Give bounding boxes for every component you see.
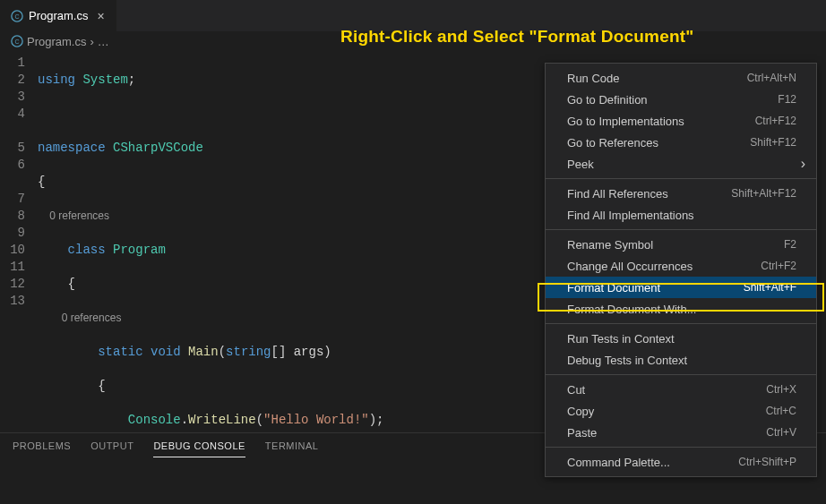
menu-item-change-all-occurrences[interactable]: Change All OccurrencesCtrl+F2 bbox=[546, 255, 816, 277]
breadcrumb-more: … bbox=[98, 35, 109, 48]
menu-item-shortcut: Ctrl+X bbox=[766, 383, 796, 396]
breadcrumb-file: Program.cs bbox=[27, 35, 86, 48]
menu-item-peek[interactable]: Peek bbox=[546, 153, 816, 175]
tab-problems[interactable]: PROBLEMS bbox=[13, 440, 71, 457]
context-menu: Run CodeCtrl+Alt+NGo to DefinitionF12Go … bbox=[545, 63, 817, 477]
menu-item-find-all-implementations[interactable]: Find All Implementations bbox=[546, 204, 816, 226]
menu-item-label: Run Code bbox=[567, 72, 620, 85]
menu-item-label: Go to References bbox=[567, 136, 658, 149]
svg-text:C: C bbox=[14, 13, 19, 19]
menu-item-shortcut: F12 bbox=[778, 93, 796, 106]
menu-item-label: Command Palette... bbox=[567, 456, 670, 469]
menu-item-shortcut: Ctrl+F12 bbox=[755, 115, 796, 127]
menu-item-format-document[interactable]: Format DocumentShift+Alt+F bbox=[546, 277, 816, 298]
menu-separator bbox=[546, 229, 816, 230]
menu-item-format-document-with[interactable]: Format Document With... bbox=[546, 298, 816, 320]
breadcrumb-sep: › bbox=[90, 35, 93, 48]
close-icon[interactable]: × bbox=[93, 9, 108, 23]
menu-separator bbox=[546, 323, 816, 324]
menu-item-run-tests-in-context[interactable]: Run Tests in Context bbox=[546, 328, 816, 349]
menu-item-go-to-implementations[interactable]: Go to ImplementationsCtrl+F12 bbox=[546, 110, 816, 132]
menu-item-shortcut: Ctrl+Alt+N bbox=[747, 72, 796, 84]
menu-item-shortcut: Ctrl+V bbox=[766, 426, 796, 439]
menu-item-label: Copy bbox=[567, 405, 594, 418]
annotation-text: Right-Click and Select "Format Document" bbox=[340, 27, 693, 47]
menu-item-label: Cut bbox=[567, 383, 585, 397]
tab-terminal[interactable]: TERMINAL bbox=[265, 440, 319, 457]
menu-separator bbox=[546, 178, 816, 179]
menu-item-run-code[interactable]: Run CodeCtrl+Alt+N bbox=[546, 67, 816, 89]
menu-item-command-palette[interactable]: Command Palette...Ctrl+Shift+P bbox=[546, 451, 816, 473]
menu-item-label: Debug Tests in Context bbox=[567, 354, 687, 367]
tab-output[interactable]: OUTPUT bbox=[90, 440, 133, 457]
menu-item-find-all-references[interactable]: Find All ReferencesShift+Alt+F12 bbox=[546, 183, 816, 204]
menu-item-label: Paste bbox=[567, 426, 597, 440]
menu-item-go-to-definition[interactable]: Go to DefinitionF12 bbox=[546, 89, 816, 110]
menu-item-label: Format Document With... bbox=[567, 303, 696, 316]
menu-item-shortcut: Shift+Alt+F12 bbox=[731, 187, 796, 200]
menu-item-rename-symbol[interactable]: Rename SymbolF2 bbox=[546, 234, 816, 255]
svg-text:C: C bbox=[14, 38, 19, 45]
tab-filename: Program.cs bbox=[29, 9, 88, 22]
menu-item-label: Format Document bbox=[567, 281, 660, 295]
editor-tab[interactable]: C Program.cs × bbox=[0, 0, 117, 31]
menu-item-go-to-references[interactable]: Go to ReferencesShift+F12 bbox=[546, 132, 816, 153]
menu-item-shortcut: Ctrl+Shift+P bbox=[738, 456, 796, 468]
menu-item-shortcut: Shift+F12 bbox=[750, 136, 796, 149]
menu-item-label: Go to Implementations bbox=[567, 115, 684, 128]
menu-item-label: Go to Definition bbox=[567, 93, 648, 107]
menu-item-label: Change All Occurrences bbox=[567, 260, 693, 273]
menu-item-shortcut: Shift+Alt+F bbox=[744, 281, 796, 294]
menu-item-shortcut: Ctrl+F2 bbox=[761, 260, 796, 272]
menu-item-shortcut: Ctrl+C bbox=[766, 405, 796, 417]
menu-item-label: Rename Symbol bbox=[567, 238, 653, 252]
menu-separator bbox=[546, 447, 816, 448]
menu-item-label: Find All References bbox=[567, 187, 668, 201]
menu-item-shortcut: F2 bbox=[784, 238, 796, 251]
menu-item-label: Peek bbox=[567, 158, 594, 171]
menu-item-cut[interactable]: CutCtrl+X bbox=[546, 379, 816, 400]
csharp-file-icon: C bbox=[11, 35, 23, 47]
menu-item-paste[interactable]: PasteCtrl+V bbox=[546, 422, 816, 443]
tab-debug-console[interactable]: DEBUG CONSOLE bbox=[153, 440, 245, 457]
menu-item-label: Run Tests in Context bbox=[567, 332, 675, 346]
csharp-file-icon: C bbox=[11, 10, 23, 22]
menu-separator bbox=[546, 374, 816, 375]
menu-item-debug-tests-in-context[interactable]: Debug Tests in Context bbox=[546, 349, 816, 371]
menu-item-label: Find All Implementations bbox=[567, 209, 694, 222]
menu-item-copy[interactable]: CopyCtrl+C bbox=[546, 400, 816, 422]
